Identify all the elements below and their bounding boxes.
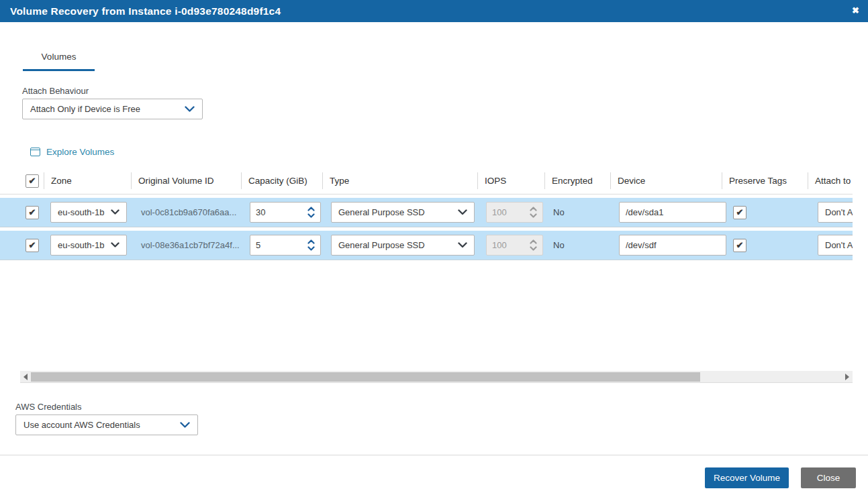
header-preserve-tags: Preserve Tags — [722, 168, 808, 194]
row-select-checkbox[interactable]: ✔ — [26, 206, 39, 219]
window-icon — [30, 148, 40, 156]
scrollbar-thumb[interactable] — [31, 372, 700, 382]
iops-input — [492, 240, 529, 250]
device-cell — [611, 235, 722, 256]
aws-credentials-select[interactable]: Use account AWS Credentials — [15, 414, 198, 435]
zone-value: eu-south-1b — [58, 240, 104, 250]
volumes-table-inner: ✔ Zone Original Volume ID Capacity (GiB)… — [0, 168, 853, 260]
chevron-down-icon — [458, 242, 467, 248]
row-select-cell: ✔ — [20, 239, 44, 252]
tab-volumes-label: Volumes — [42, 52, 77, 62]
volumes-table: ✔ Zone Original Volume ID Capacity (GiB)… — [0, 168, 853, 266]
chevron-up-icon — [530, 207, 537, 211]
recover-volume-button[interactable]: Recover Volume — [705, 467, 789, 488]
chevron-down-icon — [530, 246, 537, 251]
aws-credentials-value: Use account AWS Credentials — [23, 420, 140, 430]
attach-value: Don't Attach — [825, 207, 853, 217]
horizontal-scrollbar[interactable] — [20, 371, 853, 383]
header-iops: IOPS — [478, 168, 545, 194]
chevron-down-icon — [185, 106, 195, 113]
explore-volumes-link[interactable]: Explore Volumes — [30, 147, 114, 157]
chevron-down-icon — [180, 422, 190, 429]
header-original-volume-id: Original Volume ID — [132, 168, 242, 194]
scroll-right-arrow-icon[interactable] — [845, 374, 849, 380]
original-volume-id: vol-0c81cb9a670fa6aa... — [141, 207, 236, 217]
device-input[interactable] — [619, 235, 726, 256]
stepper-arrows[interactable] — [307, 207, 315, 218]
chevron-down-icon — [307, 246, 315, 251]
type-select[interactable]: General Purpose SSD — [331, 202, 475, 223]
header-zone: Zone — [44, 168, 132, 194]
header-device: Device — [611, 168, 722, 194]
attach-cell: Don't Attach — [808, 235, 853, 256]
zone-value: eu-south-1b — [58, 207, 104, 217]
chevron-down-icon — [458, 209, 467, 215]
attach-behaviour-value: Attach Only if Device is Free — [30, 104, 140, 114]
zone-select[interactable]: eu-south-1b — [50, 235, 127, 256]
encrypted-value: No — [553, 207, 565, 217]
chevron-up-icon — [530, 239, 537, 244]
attach-value: Don't Attach — [825, 240, 853, 250]
attach-behaviour-label: Attach Behaviour — [22, 86, 89, 96]
tab-volumes[interactable]: Volumes — [23, 50, 95, 71]
capacity-stepper[interactable] — [250, 235, 321, 256]
header-select-all-cell: ✔ — [20, 168, 44, 194]
chevron-up-icon — [307, 207, 315, 211]
original-volume-id-cell: vol-0c81cb9a670fa6aa... — [132, 207, 242, 217]
capacity-input[interactable] — [256, 207, 293, 217]
table-row: ✔ eu-south-1b vol-0c81cb9a670fa6aa... — [0, 198, 853, 227]
iops-cell — [478, 202, 545, 223]
original-volume-id: vol-08e36a1cb7bf72a4f... — [141, 240, 240, 250]
stepper-arrows — [530, 207, 537, 218]
header-encrypted: Encrypted — [545, 168, 611, 194]
row-select-checkbox[interactable]: ✔ — [26, 239, 39, 252]
device-input[interactable] — [619, 202, 726, 223]
table-row: ✔ eu-south-1b vol-08e36a1cb7bf72a4f... — [0, 231, 853, 260]
zone-cell: eu-south-1b — [44, 235, 132, 256]
volume-recovery-dialog: Volume Recovery from Instance i-0d93e780… — [0, 0, 868, 499]
footer-divider — [0, 455, 868, 455]
capacity-stepper[interactable] — [250, 202, 321, 223]
iops-stepper — [486, 235, 543, 256]
type-value: General Purpose SSD — [338, 240, 425, 250]
zone-cell: eu-south-1b — [44, 202, 132, 223]
chevron-down-icon — [111, 209, 119, 215]
attach-select[interactable]: Don't Attach — [818, 202, 853, 223]
header-type: Type — [323, 168, 478, 194]
aws-credentials-label: AWS Credentials — [15, 402, 82, 412]
header-attach-to: Attach to Instance — [808, 168, 853, 194]
attach-select[interactable]: Don't Attach — [818, 235, 853, 256]
chevron-down-icon — [111, 242, 119, 248]
close-icon[interactable]: ✖ — [852, 5, 859, 17]
type-cell: General Purpose SSD — [323, 202, 478, 223]
preserve-tags-checkbox[interactable]: ✔ — [733, 239, 746, 252]
iops-cell — [478, 235, 545, 256]
capacity-cell — [242, 202, 323, 223]
zone-select[interactable]: eu-south-1b — [50, 202, 127, 223]
header-capacity: Capacity (GiB) — [242, 168, 323, 194]
type-cell: General Purpose SSD — [323, 235, 478, 256]
row-select-cell: ✔ — [20, 206, 44, 219]
iops-stepper — [486, 202, 543, 223]
encrypted-cell: No — [545, 240, 611, 250]
preserve-tags-checkbox[interactable]: ✔ — [733, 206, 746, 219]
chevron-up-icon — [307, 239, 315, 244]
table-header-row: ✔ Zone Original Volume ID Capacity (GiB)… — [0, 168, 853, 195]
preserve-tags-cell: ✔ — [722, 239, 808, 252]
capacity-input[interactable] — [256, 240, 293, 250]
device-cell — [611, 202, 722, 223]
attach-behaviour-select[interactable]: Attach Only if Device is Free — [22, 99, 203, 119]
type-select[interactable]: General Purpose SSD — [331, 235, 475, 256]
chevron-down-icon — [530, 213, 537, 218]
iops-input — [492, 207, 529, 217]
close-button[interactable]: Close — [801, 467, 856, 488]
preserve-tags-cell: ✔ — [722, 206, 808, 219]
select-all-checkbox[interactable]: ✔ — [26, 174, 39, 188]
encrypted-cell: No — [545, 207, 611, 217]
original-volume-id-cell: vol-08e36a1cb7bf72a4f... — [132, 240, 242, 250]
stepper-arrows — [530, 239, 537, 251]
scroll-left-arrow-icon[interactable] — [23, 374, 28, 380]
attach-cell: Don't Attach — [808, 202, 853, 223]
explore-volumes-label: Explore Volumes — [46, 147, 114, 157]
stepper-arrows[interactable] — [307, 239, 315, 251]
